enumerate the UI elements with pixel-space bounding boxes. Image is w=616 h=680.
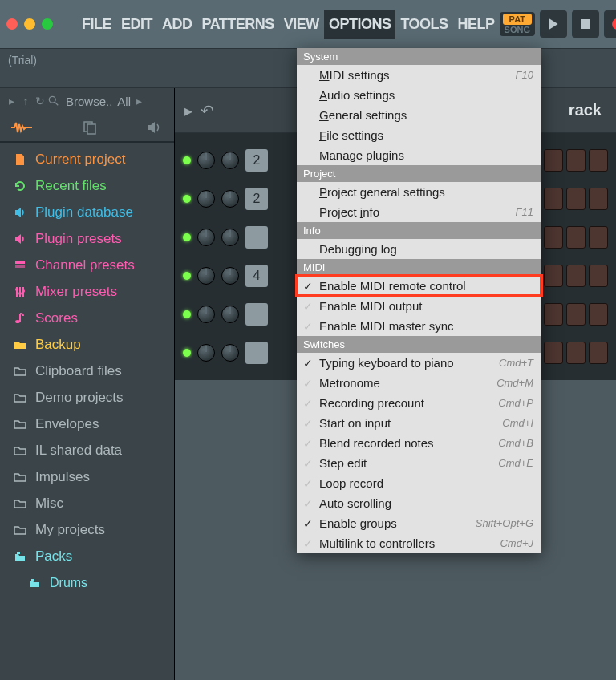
menu-item-metronome[interactable]: ✓MetronomeCmd+M — [297, 373, 541, 393]
menu-item-multilink-to-controllers[interactable]: ✓Multilink to controllersCmd+J — [297, 533, 541, 553]
step-cell[interactable] — [589, 303, 608, 326]
menu-file[interactable]: FILE — [77, 10, 116, 39]
play-button[interactable] — [540, 10, 567, 38]
tree-item-misc[interactable]: Misc — [0, 490, 174, 516]
copy-tab-icon[interactable] — [83, 120, 97, 135]
volume-knob[interactable] — [221, 190, 239, 208]
channel-number[interactable]: 2 — [245, 149, 268, 172]
menu-item-start-on-input[interactable]: ✓Start on inputCmd+I — [297, 413, 541, 433]
tree-item-il-shared-data[interactable]: IL shared data — [0, 437, 174, 463]
channel-led-icon[interactable] — [183, 272, 191, 280]
menu-item-audio-settings[interactable]: Audio settings — [297, 85, 541, 105]
channel-led-icon[interactable] — [183, 156, 191, 164]
channel-number[interactable] — [245, 303, 268, 326]
step-cell[interactable] — [589, 342, 608, 364]
channel-number[interactable] — [245, 226, 268, 249]
step-cell[interactable] — [566, 303, 586, 326]
menu-item-enable-midi-master-sync[interactable]: ✓Enable MIDI master sync — [297, 316, 541, 336]
menu-item-file-settings[interactable]: File settings — [297, 125, 541, 145]
step-cell[interactable] — [566, 149, 586, 172]
menu-item-manage-plugins[interactable]: Manage plugins — [297, 145, 541, 165]
tree-item-scores[interactable]: Scores — [0, 305, 174, 331]
menu-item-enable-groups[interactable]: ✓Enable groupsShift+Opt+G — [297, 513, 541, 533]
tree-item-demo-projects[interactable]: Demo projects — [0, 384, 174, 411]
maximize-window-button[interactable] — [42, 18, 53, 30]
step-cell[interactable] — [544, 188, 563, 210]
menu-item-enable-midi-output[interactable]: ✓Enable MIDI output — [297, 296, 541, 316]
menu-edit[interactable]: EDIT — [116, 10, 157, 39]
channel-led-icon[interactable] — [183, 233, 191, 241]
speaker-tab-icon[interactable] — [147, 121, 163, 134]
step-cell[interactable] — [589, 226, 608, 249]
channel-led-icon[interactable] — [183, 310, 191, 318]
tree-item-mixer-presets[interactable]: Mixer presets — [0, 278, 174, 305]
step-cell[interactable] — [566, 342, 586, 364]
step-cell[interactable] — [544, 265, 563, 287]
undo-icon[interactable]: ↶ — [201, 101, 214, 120]
pan-knob[interactable] — [197, 229, 215, 246]
volume-knob[interactable] — [221, 306, 239, 323]
waveform-tab-icon[interactable] — [11, 121, 32, 134]
tree-item-channel-presets[interactable]: Channel presets — [0, 252, 174, 278]
step-cell[interactable] — [589, 188, 608, 210]
volume-knob[interactable] — [221, 344, 239, 362]
menu-options[interactable]: OPTIONS — [324, 10, 396, 39]
step-cell[interactable] — [544, 226, 563, 249]
pattern-song-toggle[interactable]: PAT SONG — [500, 12, 535, 36]
menu-item-typing-keyboard-to-piano[interactable]: ✓Typing keyboard to pianoCmd+T — [297, 353, 541, 373]
tree-item-backup[interactable]: Backup — [0, 331, 174, 358]
menu-item-recording-precount[interactable]: ✓Recording precountCmd+P — [297, 393, 541, 413]
step-cell[interactable] — [544, 342, 563, 364]
menu-add[interactable]: ADD — [157, 10, 197, 39]
step-cell[interactable] — [544, 303, 563, 326]
pan-knob[interactable] — [197, 152, 215, 169]
song-mode-button[interactable]: SONG — [501, 25, 533, 34]
menu-item-midi-settings[interactable]: MIDI settingsF10 — [297, 65, 541, 85]
menu-item-enable-midi-remote-control[interactable]: ✓Enable MIDI remote control — [297, 276, 541, 296]
tree-item-plugin-database[interactable]: Plugin database — [0, 199, 174, 225]
tree-item-envelopes[interactable]: Envelopes — [0, 411, 174, 437]
pan-knob[interactable] — [197, 190, 215, 208]
record-button[interactable] — [604, 10, 616, 38]
chevron-right-icon[interactable]: ▸ — [132, 95, 145, 107]
channel-led-icon[interactable] — [183, 195, 191, 203]
menu-item-general-settings[interactable]: General settings — [297, 105, 541, 125]
minimize-window-button[interactable] — [24, 18, 35, 30]
tree-item-my-projects[interactable]: My projects — [0, 516, 174, 543]
step-cell[interactable] — [566, 188, 586, 210]
menu-item-auto-scrolling[interactable]: ✓Auto scrolling — [297, 493, 541, 513]
pan-knob[interactable] — [197, 344, 215, 362]
channel-number[interactable]: 4 — [245, 265, 268, 287]
menu-view[interactable]: VIEW — [279, 10, 324, 39]
tree-item-impulses[interactable]: Impulses — [0, 463, 174, 490]
menu-item-debugging-log[interactable]: Debugging log — [297, 239, 541, 259]
step-cell[interactable] — [544, 149, 563, 172]
search-icon[interactable] — [48, 95, 61, 107]
channel-led-icon[interactable] — [183, 349, 191, 357]
play-icon[interactable]: ▸ — [184, 101, 192, 120]
step-cell[interactable] — [589, 149, 608, 172]
tree-item-clipboard-files[interactable]: Clipboard files — [0, 358, 174, 384]
browser-filter[interactable]: All — [117, 95, 131, 108]
close-window-button[interactable] — [6, 18, 18, 30]
menu-item-project-info[interactable]: Project infoF11 — [297, 202, 541, 222]
menu-item-loop-record[interactable]: ✓Loop record — [297, 473, 541, 493]
menu-help[interactable]: HELP — [453, 10, 500, 39]
menu-tools[interactable]: TOOLS — [395, 10, 452, 39]
pattern-mode-button[interactable]: PAT — [503, 14, 532, 25]
tree-item-drums[interactable]: Drums — [0, 569, 174, 596]
chevron-right-icon[interactable]: ▸ — [5, 95, 18, 107]
pan-knob[interactable] — [197, 306, 215, 323]
volume-knob[interactable] — [221, 152, 239, 169]
volume-knob[interactable] — [221, 229, 239, 246]
channel-number[interactable]: 2 — [245, 188, 268, 210]
channel-number[interactable] — [245, 342, 268, 364]
tree-item-current-project[interactable]: Current project — [0, 146, 174, 172]
tree-item-plugin-presets[interactable]: Plugin presets — [0, 225, 174, 252]
menu-patterns[interactable]: PATTERNS — [197, 10, 279, 39]
tree-item-recent-files[interactable]: Recent files — [0, 172, 174, 199]
pan-knob[interactable] — [197, 267, 215, 285]
up-arrow-icon[interactable]: ↑ — [19, 95, 32, 107]
refresh-icon[interactable]: ↻ — [34, 95, 47, 107]
stop-button[interactable] — [572, 10, 599, 38]
